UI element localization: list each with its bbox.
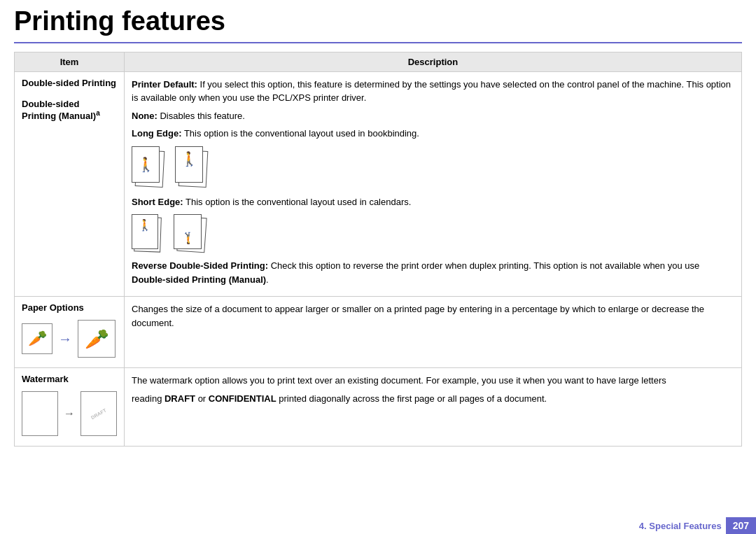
- features-table: Item Description Double-sided Printing D…: [14, 52, 742, 447]
- se-front-r: 🚶: [174, 214, 202, 249]
- col-header-description: Description: [125, 52, 742, 71]
- item-double-sided-manual: Double-sidedPrinting (Manual)a: [22, 99, 100, 121]
- watermark-rest: printed diagonally across the first page…: [276, 393, 547, 404]
- page-container: Printing features Item Description Doubl…: [0, 0, 756, 475]
- watermark-desc-1: The watermark option allows you to print…: [132, 374, 734, 388]
- col-header-item: Item: [15, 52, 125, 71]
- watermark-draft-preview: DRAFT: [90, 407, 107, 420]
- item-cell-paper-options: Paper Options 🥕 → 🥕: [15, 297, 125, 368]
- table-row: Double-sided Printing Double-sidedPrinti…: [15, 71, 742, 297]
- carrot-large-icon: 🥕: [78, 320, 115, 358]
- arrow-icon: →: [58, 331, 72, 347]
- long-edge-text: This option is the conventional layout u…: [182, 128, 419, 139]
- se-person: 🚶: [138, 217, 152, 234]
- printer-default-bold: Printer Default:: [132, 79, 197, 90]
- footer-bar: 4. Special Features 207: [639, 517, 756, 534]
- reverse-bold2: Double-sided Printing (Manual): [132, 274, 266, 285]
- desc-cell-watermark: The watermark option allows you to print…: [125, 368, 742, 447]
- desc-cell-paper-options: Changes the size of a document to appear…: [125, 297, 742, 368]
- watermark-or-text: or: [195, 393, 209, 404]
- watermark-confidential-bold: CONFIDENTIAL: [209, 393, 276, 404]
- se-stack-left: 🚶: [132, 214, 162, 253]
- carrot-small-icon: 🥕: [22, 323, 52, 354]
- short-edge-illustration: 🚶 🚶: [132, 214, 734, 253]
- printer-default-text: If you select this option, this feature …: [132, 79, 731, 104]
- page-stack-right: 🚶: [175, 146, 210, 190]
- se-person-r: 🚶: [181, 230, 195, 246]
- desc-none: None: Disables this feature.: [132, 109, 734, 123]
- superscript-a: a: [96, 109, 100, 117]
- person-icon-right: 🚶: [181, 148, 198, 169]
- paper-options-desc: Changes the size of a document to appear…: [132, 302, 734, 330]
- watermark-draft-bold: DRAFT: [164, 393, 195, 404]
- footer-special-features: 4. Special Features: [639, 521, 726, 531]
- desc-short-edge: Short Edge: This option is the conventio…: [132, 195, 734, 209]
- reverse-text2: .: [266, 274, 269, 285]
- item-double-sided-printing: Double-sided Printing: [22, 78, 116, 88]
- watermark-label: Watermark: [22, 374, 69, 384]
- item-label-bold: Double-sided Printing: [22, 78, 116, 88]
- watermark-reading: reading: [132, 393, 164, 404]
- table-row-paper-options: Paper Options 🥕 → 🥕 Changes the size of …: [15, 297, 742, 368]
- watermark-icons: → DRAFT: [22, 391, 117, 436]
- desc-printer-default: Printer Default: If you select this opti…: [132, 78, 734, 105]
- page-title: Printing features: [14, 7, 742, 36]
- watermark-arrow: →: [64, 407, 75, 420]
- title-divider: [14, 42, 742, 43]
- person-icon-left: 🚶: [137, 154, 155, 175]
- long-edge-illustration: 🚶 🚶: [132, 146, 734, 190]
- sheet-front-left: 🚶: [132, 146, 160, 183]
- se-stack-right: 🚶: [174, 214, 209, 253]
- footer-page-number: 207: [726, 517, 756, 534]
- none-text: Disables this feature.: [158, 111, 245, 121]
- short-edge-text: This option is the conventional layout u…: [183, 197, 412, 207]
- reverse-text: Check this option to reverse the print o…: [268, 260, 699, 271]
- item-cell-double-sided: Double-sided Printing Double-sidedPrinti…: [15, 71, 125, 297]
- page-stack-left: 🚶: [132, 146, 167, 190]
- watermark-desc-2: reading DRAFT or CONFIDENTIAL printed di…: [132, 392, 734, 406]
- sheet-front-right: 🚶: [175, 146, 203, 183]
- reverse-bold: Reverse Double-Sided Printing:: [132, 260, 268, 271]
- paper-options-label: Paper Options: [22, 302, 84, 313]
- desc-reverse: Reverse Double-Sided Printing: Check thi…: [132, 259, 734, 286]
- desc-long-edge: Long Edge: This option is the convention…: [132, 127, 734, 141]
- desc-cell-double-sided: Printer Default: If you select this opti…: [125, 71, 742, 297]
- watermark-page-source: [22, 391, 58, 436]
- short-edge-bold: Short Edge:: [132, 197, 183, 207]
- none-bold: None:: [132, 111, 158, 121]
- table-row-watermark: Watermark → DRAFT The watermark option a…: [15, 368, 742, 447]
- item-label-manual: Double-sidedPrinting (Manual): [22, 99, 96, 121]
- se-front: 🚶: [132, 214, 158, 249]
- long-edge-bold: Long Edge:: [132, 128, 182, 139]
- watermark-page-result: DRAFT: [80, 391, 117, 436]
- item-cell-watermark: Watermark → DRAFT: [15, 368, 125, 447]
- paper-options-icons: 🥕 → 🥕: [22, 320, 117, 358]
